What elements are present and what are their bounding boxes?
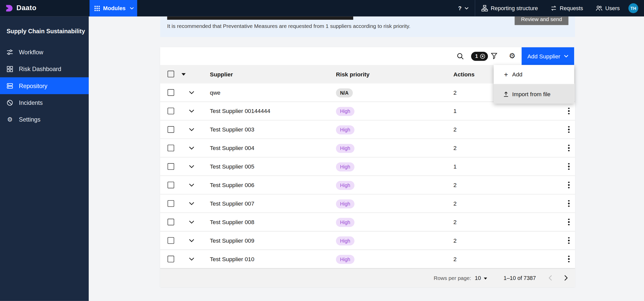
reporting-structure-icon bbox=[481, 5, 488, 11]
clipped-page-header-fragment bbox=[167, 16, 353, 20]
kebab-menu-icon[interactable] bbox=[566, 231, 572, 249]
row-checkbox[interactable] bbox=[168, 182, 174, 188]
modules-button[interactable]: Modules bbox=[90, 0, 137, 16]
dashboard-icon bbox=[7, 65, 13, 72]
plus-icon: + bbox=[503, 71, 509, 78]
topbar-right: ? Reporting structureRequestsUsers TH bbox=[452, 0, 644, 16]
topnav-items: Reporting structureRequestsUsers bbox=[475, 0, 626, 16]
kebab-menu-icon[interactable] bbox=[566, 102, 572, 120]
add-supplier-button[interactable]: Add Supplier bbox=[522, 47, 574, 65]
actions-count: 1 bbox=[453, 102, 457, 120]
row-checkbox[interactable] bbox=[168, 89, 174, 96]
kebab-menu-icon[interactable] bbox=[566, 213, 572, 231]
kebab-menu-icon[interactable] bbox=[566, 121, 572, 139]
row-checkbox[interactable] bbox=[168, 219, 174, 225]
column-header-actions: Actions bbox=[453, 65, 474, 83]
table-row: Test Supplier 006 High 2 bbox=[160, 176, 575, 194]
help-button[interactable]: ? bbox=[452, 0, 475, 16]
rows-per-page-value: 10 bbox=[475, 275, 481, 281]
supplier-name: Test Supplier 009 bbox=[210, 231, 254, 249]
actions-count: 2 bbox=[453, 83, 457, 102]
table-row: Test Supplier 008 High 2 bbox=[160, 213, 575, 231]
chevron-down-icon[interactable] bbox=[189, 176, 195, 194]
supplier-name: Test Supplier 003 bbox=[210, 121, 254, 139]
chevron-down-icon[interactable] bbox=[189, 83, 195, 102]
row-checkbox[interactable] bbox=[168, 200, 174, 207]
sidebar-item-incidents[interactable]: Incidents bbox=[0, 94, 89, 111]
topnav-reporting-structure[interactable]: Reporting structure bbox=[475, 0, 544, 16]
chevron-down-icon[interactable] bbox=[189, 121, 195, 139]
topnav-requests[interactable]: Requests bbox=[544, 0, 589, 16]
grid-icon bbox=[95, 6, 100, 11]
menu-item-label: Import from file bbox=[512, 91, 550, 97]
supplier-name: Test Supplier 005 bbox=[210, 157, 254, 175]
filter-button[interactable] bbox=[488, 49, 501, 62]
active-filter-chip[interactable]: 1 bbox=[471, 52, 488, 61]
column-header-risk-priority: Risk priority bbox=[336, 65, 369, 83]
sidebar-item-risk-dashboard[interactable]: Risk Dashboard bbox=[0, 60, 89, 77]
brand-logo: Daato bbox=[0, 4, 89, 12]
supplier-name: Test Supplier 00144444 bbox=[210, 102, 270, 120]
chevron-down-icon[interactable] bbox=[189, 231, 195, 249]
chevron-down-icon bbox=[464, 7, 469, 10]
topnav-label: Requests bbox=[560, 5, 583, 11]
row-checkbox[interactable] bbox=[168, 256, 174, 262]
chevron-down-icon[interactable] bbox=[189, 139, 195, 157]
kebab-menu-icon[interactable] bbox=[566, 139, 572, 157]
repository-icon bbox=[7, 82, 13, 89]
select-all-caret-icon[interactable] bbox=[182, 73, 186, 76]
sidebar-item-label: Risk Dashboard bbox=[19, 65, 61, 72]
chevron-down-icon[interactable] bbox=[189, 157, 195, 175]
risk-priority-badge: High bbox=[336, 162, 354, 171]
recommendation-banner: It is recommended that Preventative Meas… bbox=[160, 16, 575, 37]
chevron-down-icon[interactable] bbox=[189, 250, 195, 268]
workflow-icon bbox=[7, 49, 13, 55]
table-row: Test Supplier 005 High 1 bbox=[160, 157, 575, 176]
row-checkbox[interactable] bbox=[168, 237, 174, 244]
suppliers-table-card: 1 ⚙︎ bbox=[160, 47, 575, 287]
chevron-down-icon[interactable] bbox=[189, 213, 195, 231]
supplier-name: qwe bbox=[210, 83, 221, 102]
menu-item-label: Add bbox=[512, 71, 522, 78]
kebab-menu-icon[interactable] bbox=[566, 250, 572, 268]
clear-filter-icon[interactable] bbox=[480, 54, 486, 59]
kebab-menu-icon[interactable] bbox=[566, 194, 572, 212]
sidebar-item-settings[interactable]: ⚙︎Settings bbox=[0, 111, 89, 128]
actions-count: 2 bbox=[453, 176, 457, 194]
table-settings-button[interactable]: ⚙︎ bbox=[506, 49, 519, 62]
previous-page-button[interactable] bbox=[544, 271, 557, 285]
risk-priority-badge: High bbox=[336, 181, 354, 190]
sidebar: Supply Chain Sustainability WorkflowRisk… bbox=[0, 16, 89, 301]
menu-item-add[interactable]: +Add bbox=[494, 65, 574, 84]
row-checkbox[interactable] bbox=[168, 108, 174, 114]
kebab-menu-icon[interactable] bbox=[566, 157, 572, 175]
sidebar-item-repository[interactable]: Repository bbox=[0, 77, 89, 94]
search-button[interactable] bbox=[453, 49, 467, 62]
risk-priority-badge: High bbox=[336, 125, 354, 134]
table-row: Test Supplier 003 High 2 bbox=[160, 121, 575, 139]
review-and-send-button[interactable]: Review and send bbox=[515, 16, 568, 25]
sidebar-item-workflow[interactable]: Workflow bbox=[0, 44, 89, 60]
chevron-left-icon bbox=[549, 275, 552, 281]
rows-per-page-select[interactable]: 10 bbox=[475, 269, 487, 287]
avatar[interactable]: TH bbox=[628, 3, 638, 13]
table-row: Test Supplier 010 High 2 bbox=[160, 250, 575, 269]
chevron-down-icon[interactable] bbox=[189, 194, 195, 212]
next-page-button[interactable] bbox=[559, 271, 573, 285]
row-checkbox[interactable] bbox=[168, 163, 174, 170]
help-icon: ? bbox=[458, 5, 462, 11]
add-supplier-menu: +AddImport from file bbox=[494, 65, 574, 104]
row-checkbox[interactable] bbox=[168, 126, 174, 133]
caret-down-icon bbox=[484, 277, 487, 279]
filter-count: 1 bbox=[475, 54, 478, 59]
supplier-name: Test Supplier 008 bbox=[210, 213, 254, 231]
row-checkbox[interactable] bbox=[168, 145, 174, 151]
sidebar-item-label: Settings bbox=[19, 116, 41, 123]
kebab-menu-icon[interactable] bbox=[566, 176, 572, 194]
topnav-users[interactable]: Users bbox=[589, 0, 626, 16]
chevron-down-icon bbox=[130, 7, 134, 10]
select-all-checkbox[interactable] bbox=[168, 71, 174, 77]
app-root: Daato Modules ? Repo bbox=[0, 0, 644, 301]
menu-item-import-from-file[interactable]: Import from file bbox=[494, 84, 574, 104]
chevron-down-icon[interactable] bbox=[189, 102, 195, 120]
